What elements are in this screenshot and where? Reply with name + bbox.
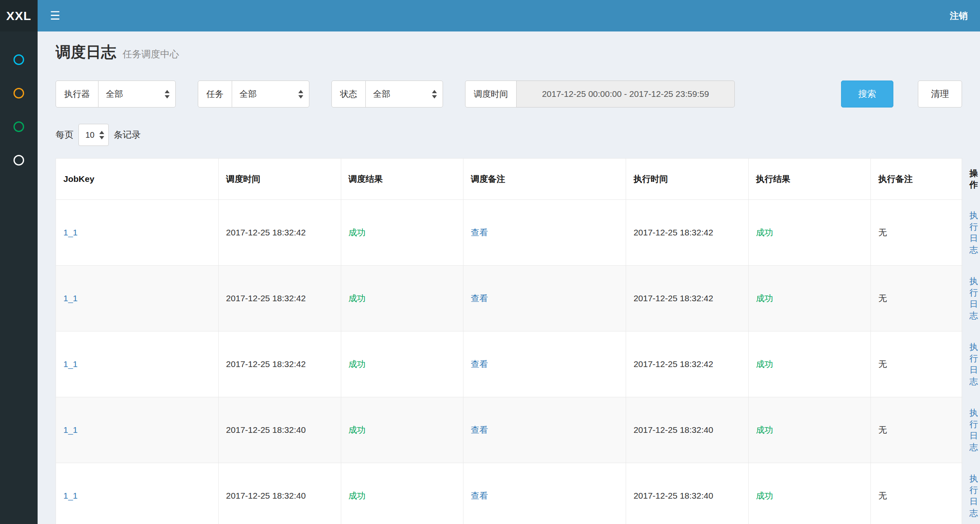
trigger-time-cell: 2017-12-25 18:32:42 — [219, 200, 341, 266]
handle-result-text: 成功 — [756, 293, 773, 303]
handle-time-cell: 2017-12-25 18:32:42 — [626, 266, 748, 331]
page-length-suffix: 条记录 — [114, 129, 141, 141]
trigger-time-filter-group: 调度时间 — [465, 81, 735, 107]
sidebar-item[interactable] — [0, 76, 38, 110]
column-header: 执行结果 — [748, 159, 870, 200]
handle-result-text: 成功 — [756, 425, 773, 434]
trigger-time-cell: 2017-12-25 18:32:40 — [219, 397, 341, 463]
table-row: 1_1 2017-12-25 18:32:42 成功 查看 2017-12-25… — [56, 266, 962, 331]
trigger-result-text: 成功 — [349, 293, 366, 303]
column-header: 调度时间 — [219, 159, 341, 200]
jobkey-link[interactable]: 1_1 — [63, 293, 78, 303]
handle-msg-cell: 无 — [871, 397, 962, 463]
status-select-value: 全部 — [373, 88, 390, 100]
page-length-select[interactable]: 10 — [78, 124, 109, 146]
nav-circle-icon — [13, 121, 24, 132]
log-table-header-row: JobKey 调度时间 调度结果 调度备注 执行时间 执行结果 执行备注 操作 — [56, 159, 962, 200]
select-arrows-icon — [298, 90, 303, 99]
trigger-time-cell: 2017-12-25 18:32:42 — [219, 331, 341, 397]
top-navbar: XXL ☰ 注销 — [0, 0, 980, 31]
sidebar-item[interactable] — [0, 43, 38, 76]
handle-msg-cell: 无 — [871, 463, 962, 524]
trigger-result-text: 成功 — [349, 228, 366, 237]
handle-time-cell: 2017-12-25 18:32:40 — [626, 463, 748, 524]
execution-log-link[interactable]: 执行日志 — [969, 276, 978, 320]
execution-log-link[interactable]: 执行日志 — [969, 210, 978, 254]
status-filter-group: 状态 全部 — [331, 81, 443, 107]
app-logo[interactable]: XXL — [0, 0, 38, 31]
jobkey-link[interactable]: 1_1 — [63, 491, 78, 500]
column-header: JobKey — [56, 159, 219, 200]
select-arrows-icon — [165, 90, 170, 99]
job-filter-group: 任务 全部 — [198, 81, 309, 107]
left-sidebar — [0, 31, 38, 524]
select-arrows-icon — [432, 90, 437, 99]
executor-select-value: 全部 — [106, 88, 123, 100]
trigger-time-range-input[interactable] — [516, 81, 735, 107]
execution-log-link[interactable]: 执行日志 — [969, 342, 978, 386]
handle-msg-cell: 无 — [871, 331, 962, 397]
job-filter-label: 任务 — [198, 81, 232, 107]
sidebar-toggle-hamburger-icon[interactable]: ☰ — [50, 9, 60, 22]
jobkey-link[interactable]: 1_1 — [63, 425, 78, 434]
trigger-msg-link[interactable]: 查看 — [471, 491, 488, 500]
table-row: 1_1 2017-12-25 18:32:42 成功 查看 2017-12-25… — [56, 200, 962, 266]
trigger-msg-link[interactable]: 查看 — [471, 228, 488, 237]
trigger-msg-link[interactable]: 查看 — [471, 425, 488, 434]
trigger-msg-link[interactable]: 查看 — [471, 359, 488, 369]
log-table-head: JobKey 调度时间 调度结果 调度备注 执行时间 执行结果 执行备注 操作 — [56, 159, 962, 200]
search-button[interactable]: 搜索 — [841, 81, 893, 107]
status-filter-label: 状态 — [331, 81, 366, 107]
execution-log-link[interactable]: 执行日志 — [969, 474, 978, 517]
page-length-prefix: 每页 — [56, 129, 74, 141]
table-row: 1_1 2017-12-25 18:32:42 成功 查看 2017-12-25… — [56, 331, 962, 397]
trigger-result-text: 成功 — [349, 359, 366, 369]
status-select[interactable]: 全部 — [365, 81, 443, 107]
trigger-time-cell: 2017-12-25 18:32:40 — [219, 463, 341, 524]
executor-filter-group: 执行器 全部 — [56, 81, 176, 107]
executor-filter-label: 执行器 — [56, 81, 98, 107]
job-select-value: 全部 — [239, 88, 257, 100]
handle-msg-cell: 无 — [871, 266, 962, 331]
execution-log-link[interactable]: 执行日志 — [969, 408, 978, 452]
column-header: 执行备注 — [871, 159, 962, 200]
handle-time-cell: 2017-12-25 18:32:40 — [626, 397, 748, 463]
table-row: 1_1 2017-12-25 18:32:40 成功 查看 2017-12-25… — [56, 463, 962, 524]
page-header: 调度日志 任务调度中心 — [56, 42, 962, 63]
jobkey-link[interactable]: 1_1 — [63, 228, 78, 237]
navbar-content: ☰ 注销 — [38, 0, 980, 31]
logout-link[interactable]: 注销 — [950, 10, 968, 22]
trigger-time-filter-label: 调度时间 — [465, 81, 517, 107]
select-arrows-icon — [99, 131, 104, 139]
page-length-row: 每页 10 条记录 — [56, 124, 962, 146]
filter-bar: 执行器 全部 任务 全部 状态 全部 调度时间 搜索 清理 — [56, 81, 962, 107]
page-title: 调度日志 — [56, 42, 116, 63]
trigger-result-text: 成功 — [349, 491, 366, 500]
handle-time-cell: 2017-12-25 18:32:42 — [626, 331, 748, 397]
sidebar-item[interactable] — [0, 143, 38, 177]
main-content: 调度日志 任务调度中心 执行器 全部 任务 全部 状态 全部 — [38, 31, 980, 524]
column-header: 调度结果 — [341, 159, 463, 200]
jobkey-link[interactable]: 1_1 — [63, 359, 78, 369]
nav-circle-icon — [13, 155, 24, 166]
nav-circle-icon — [13, 54, 24, 65]
column-header: 执行时间 — [626, 159, 748, 200]
sidebar-item[interactable] — [0, 110, 38, 143]
clear-button[interactable]: 清理 — [918, 81, 962, 107]
page-length-value: 10 — [85, 130, 94, 140]
log-table: JobKey 调度时间 调度结果 调度备注 执行时间 执行结果 执行备注 操作 — [56, 158, 962, 524]
trigger-result-text: 成功 — [349, 425, 366, 434]
page-subtitle: 任务调度中心 — [123, 48, 179, 60]
nav-circle-icon — [13, 88, 24, 99]
handle-result-text: 成功 — [756, 359, 773, 369]
handle-result-text: 成功 — [756, 228, 773, 237]
log-table-body: 1_1 2017-12-25 18:32:42 成功 查看 2017-12-25… — [56, 200, 962, 524]
trigger-msg-link[interactable]: 查看 — [471, 293, 488, 303]
handle-msg-cell: 无 — [871, 200, 962, 266]
job-select[interactable]: 全部 — [232, 81, 309, 107]
column-header: 调度备注 — [463, 159, 626, 200]
handle-result-text: 成功 — [756, 491, 773, 500]
trigger-time-cell: 2017-12-25 18:32:42 — [219, 266, 341, 331]
table-row: 1_1 2017-12-25 18:32:40 成功 查看 2017-12-25… — [56, 397, 962, 463]
executor-select[interactable]: 全部 — [98, 81, 176, 107]
